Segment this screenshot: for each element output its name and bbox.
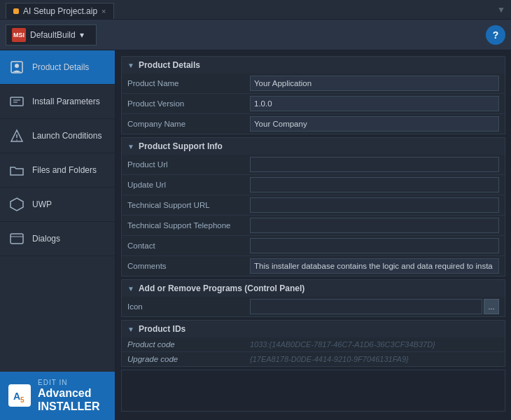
files-and-folders-icon (7, 160, 27, 180)
section-product-details-header[interactable]: ▼ Product Details (122, 57, 505, 74)
section-product-ids: ▼ Product IDs Product code 1033:{14AB0DC… (121, 320, 505, 367)
sidebar-item-files-and-folders[interactable]: Files and Folders (0, 153, 115, 188)
svg-point-7 (16, 139, 18, 141)
toolbar: MSI DefaultBuild ▾ ? (0, 20, 511, 50)
dialogs-icon (7, 229, 27, 248)
sidebar-label-product-details: Product Details (32, 62, 89, 72)
tech-support-url-input[interactable] (250, 197, 499, 213)
icon-field-wrap: ... (250, 299, 499, 314)
comments-input[interactable] (250, 258, 499, 274)
field-label-product-code: Product code (122, 337, 244, 352)
install-parameters-icon (7, 92, 27, 111)
title-tab[interactable]: AI Setup Project.aip × (6, 3, 114, 19)
product-version-input[interactable] (250, 96, 499, 111)
svg-rect-2 (10, 97, 23, 106)
launch-conditions-icon (7, 126, 27, 146)
field-label-icon: Icon (122, 297, 244, 316)
field-label-product-name: Product Name (122, 74, 244, 94)
section-product-details: ▼ Product Details Product Name Product V… (121, 56, 505, 134)
section-add-remove-header[interactable]: ▼ Add or Remove Programs (Control Panel) (122, 280, 505, 297)
svg-rect-9 (10, 234, 23, 244)
table-row: Comments (122, 256, 505, 276)
table-row: Upgrade code {17EA8178-D0DE-4414-9210-9F… (122, 352, 505, 367)
icon-input[interactable] (250, 299, 482, 314)
tab-filename: AI Setup Project.aip (23, 6, 97, 16)
update-url-input[interactable] (250, 177, 499, 192)
icon-browse-button[interactable]: ... (484, 299, 499, 314)
sidebar-label-uwp: UWP (32, 200, 52, 209)
field-value-comments (244, 256, 505, 276)
field-label-company-name: Company Name (122, 114, 244, 134)
field-value-update-url (244, 175, 505, 195)
section-support-info-header[interactable]: ▼ Product Support Info (122, 138, 505, 155)
sidebar-item-install-parameters[interactable]: Install Parameters (0, 85, 115, 119)
sidebar-label-files-and-folders: Files and Folders (32, 165, 97, 175)
tech-support-phone-input[interactable] (250, 218, 499, 233)
sidebar-label-dialogs: Dialogs (32, 234, 60, 244)
section-product-ids-header[interactable]: ▼ Product IDs (122, 321, 505, 337)
field-label-update-url: Update Url (122, 175, 244, 195)
field-value-tech-support-url (244, 195, 505, 216)
field-value-contact (244, 236, 505, 256)
scroll-tabs-button[interactable]: ▼ (497, 5, 505, 15)
section-add-remove: ▼ Add or Remove Programs (Control Panel)… (121, 279, 505, 317)
section-add-remove-title: Add or Remove Programs (Control Panel) (139, 284, 304, 293)
field-label-product-url: Product Url (122, 155, 244, 175)
field-label-upgrade-code: Upgrade code (122, 352, 244, 367)
svg-marker-8 (10, 198, 23, 211)
section-support-arrow-icon: ▼ (127, 143, 134, 150)
svg-text:A: A (13, 391, 20, 402)
table-row: Product Url (122, 155, 505, 175)
table-row: Product Name (122, 74, 505, 94)
field-label-comments: Comments (122, 256, 244, 276)
table-row: Company Name (122, 114, 505, 134)
product-ids-form: Product code 1033:{14AB0DCE-7817-46C7-A1… (122, 337, 505, 366)
sidebar-item-launch-conditions[interactable]: Launch Conditions (0, 119, 115, 153)
ai-logo-icon: A 5 (8, 384, 31, 407)
contact-input[interactable] (250, 238, 499, 253)
product-code-value: 1033:{14AB0DCE-7817-46C7-A1D6-36C3CF34B3… (250, 340, 435, 349)
build-chevron-icon: ▾ (80, 30, 84, 40)
help-button[interactable]: ? (486, 25, 505, 45)
field-label-tech-support-url: Technical Support URL (122, 195, 244, 216)
table-row: Update Url (122, 175, 505, 195)
sidebar-label-launch-conditions: Launch Conditions (32, 131, 102, 141)
company-name-input[interactable] (250, 116, 499, 132)
section-product-ids-arrow-icon: ▼ (127, 326, 134, 333)
product-url-input[interactable] (250, 157, 499, 172)
sidebar-item-product-details[interactable]: Product Details (0, 50, 115, 85)
section-product-details-title: Product Details (139, 60, 200, 70)
field-label-tech-support-phone: Technical Support Telephone (122, 216, 244, 236)
table-row: Technical Support Telephone (122, 216, 505, 236)
field-value-icon: ... (244, 297, 505, 316)
build-selector[interactable]: MSI DefaultBuild ▾ (6, 24, 97, 46)
field-value-company-name (244, 114, 505, 134)
section-support-info: ▼ Product Support Info Product Url Updat… (121, 137, 505, 276)
field-value-tech-support-phone (244, 216, 505, 236)
edit-in-label: EDIT IN (38, 379, 100, 386)
sidebar-item-uwp[interactable]: UWP (0, 188, 115, 222)
upgrade-code-value: {17EA8178-D0DE-4414-9210-9F7046131FA9} (250, 355, 409, 363)
field-value-upgrade-code: {17EA8178-D0DE-4414-9210-9F7046131FA9} (244, 352, 505, 367)
ai-footer: A 5 EDIT IN AdvancedAdvanced INSTALLERIN… (0, 372, 115, 420)
sidebar: Product Details Install Parameters L (0, 50, 115, 420)
field-value-product-version (244, 94, 505, 114)
ai-brand-label: AdvancedAdvanced INSTALLERINSTALLER (38, 386, 100, 413)
build-icon: MSI (12, 28, 26, 42)
svg-point-1 (15, 64, 19, 68)
uwp-icon (7, 195, 27, 214)
table-row: Product Version (122, 94, 505, 114)
field-label-product-version: Product Version (122, 94, 244, 114)
product-name-input[interactable] (250, 76, 499, 91)
section-product-ids-title: Product IDs (139, 324, 186, 334)
build-label: DefaultBuild (30, 30, 76, 40)
field-label-contact: Contact (122, 236, 244, 256)
section-support-info-title: Product Support Info (139, 141, 223, 151)
field-value-product-url (244, 155, 505, 175)
sidebar-item-dialogs[interactable]: Dialogs (0, 222, 115, 256)
table-row: Product code 1033:{14AB0DCE-7817-46C7-A1… (122, 337, 505, 352)
support-info-form: Product Url Update Url Technical Support… (122, 155, 505, 276)
product-details-form: Product Name Product Version Company Nam… (122, 74, 505, 134)
close-tab-button[interactable]: × (102, 7, 106, 15)
section-add-remove-arrow-icon: ▼ (127, 285, 134, 293)
